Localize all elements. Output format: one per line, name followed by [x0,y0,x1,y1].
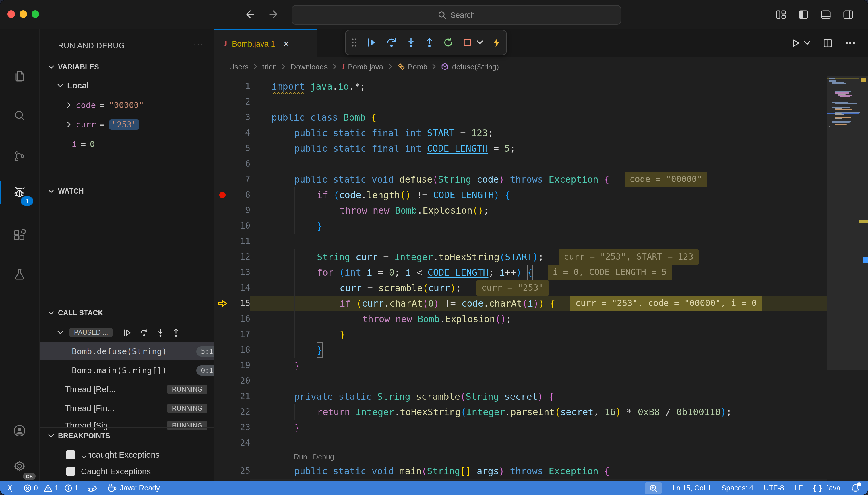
hot-code-replace-button[interactable] [492,37,501,48]
code-line-9[interactable]: 9throw new Bomb.Explosion(); [214,203,827,218]
more-actions-icon[interactable] [845,41,855,45]
breakpoint-item-1[interactable]: Uncaught Exceptions [40,446,214,463]
section-watch[interactable]: WATCH [40,184,214,199]
current-line-arrow-icon[interactable] [214,296,230,311]
remote-indicator[interactable] [6,484,14,492]
code-line-19[interactable]: 19} [214,358,827,373]
code-line-20[interactable]: 20 [214,373,827,389]
minimap-slider[interactable] [827,76,868,370]
indentation-setting[interactable]: Spaces: 4 [722,484,753,492]
code-line-16[interactable]: 16throw new Bomb.Explosion(); [214,311,827,327]
run-chevron-icon[interactable] [804,41,811,45]
code-line-22[interactable]: 22return Integer.toHexString(Integer.par… [214,404,827,420]
language-mode[interactable]: { } Java [813,484,840,492]
stack-frame[interactable]: Bomb.defuse(String)5:1 [40,342,214,360]
stop-button[interactable] [463,38,472,47]
code-line-23[interactable]: 23} [214,420,827,435]
encoding-setting[interactable]: UTF-8 [764,484,784,492]
command-center-search[interactable]: Search [292,5,621,25]
code-line-18[interactable]: 18} [214,342,827,358]
extensions-icon[interactable] [0,222,39,249]
code-line-5[interactable]: 5public static final int CODE_LENGTH = 5… [214,141,827,156]
continue-button[interactable] [366,37,377,48]
code-line-14[interactable]: 14curr = scramble(curr);curr = "253" [214,280,827,296]
variable-code[interactable]: code="00000" [40,97,214,114]
code-line-25[interactable]: 25public static void main(String[] args)… [214,463,827,479]
checkbox-unchecked[interactable] [66,467,75,476]
step-into-button[interactable] [406,37,416,48]
code-line-17[interactable]: 17} [214,327,827,342]
stop-chevron-icon[interactable] [476,40,483,45]
toggle-primary-sidebar-icon[interactable] [799,10,808,19]
breadcrumb-bomb-java[interactable]: JBomb.java [341,62,383,71]
zoom-indicator[interactable] [645,482,662,494]
breadcrumb-trien[interactable]: trien [262,62,277,71]
breakpoint-item-3[interactable]: Bomb.java~/Dow...8 [40,479,214,481]
testing-icon[interactable] [0,261,39,288]
search-icon[interactable] [0,102,39,130]
code-line-13[interactable]: 13for (int i = 0; i < CODE_LENGTH; i++) … [214,265,827,280]
step-out-button[interactable] [425,37,434,48]
code-editor[interactable]: 1import java.io.*;23public class Bomb {4… [214,76,868,481]
notifications-bell-icon[interactable] [851,483,860,493]
customize-layout-icon[interactable] [776,10,786,19]
thread-row[interactable]: Thread [Ref...RUNNING [40,381,214,398]
problems-indicator[interactable]: 0 1 1 [23,484,79,492]
code-line-10[interactable]: 10} [214,218,827,234]
section-variables[interactable]: VARIABLES [40,60,214,75]
step-over-button[interactable] [386,37,397,48]
close-window-button[interactable] [7,10,15,18]
java-status[interactable]: Java: Ready [107,483,160,493]
code-line-12[interactable]: 12String curr = Integer.toHexString(STAR… [214,249,827,265]
debug-badge: 1 [21,197,33,206]
code-line-15[interactable]: 15if (curr.charAt(0) != code.charAt(i)) … [214,296,827,311]
variables-scope-local[interactable]: Local [40,77,214,94]
code-line-26[interactable]: 26System.out.println(); [214,479,827,481]
sidebar-more-actions-icon[interactable]: ··· [193,39,204,49]
breakpoint-dot[interactable] [214,187,230,203]
toggle-panel-icon[interactable] [821,10,831,19]
checkbox-unchecked[interactable] [66,450,75,459]
navigate-back-icon[interactable] [243,8,255,20]
breakpoint-item-2[interactable]: Caught Exceptions [40,463,214,480]
breadcrumb-downloads[interactable]: Downloads [291,62,328,71]
code-line-8[interactable]: 8if (code.length() != CODE_LENGTH) { [214,187,827,203]
split-editor-icon[interactable] [823,38,832,48]
breadcrumb-bomb[interactable]: Bomb [397,62,428,71]
code-line-11[interactable]: 11 [214,234,827,249]
eol-setting[interactable]: LF [795,484,803,492]
source-control-icon[interactable] [0,142,39,170]
minimize-window-button[interactable] [19,10,27,18]
call-stack-thread-main[interactable]: PAUSED ... [40,324,214,341]
maximize-window-button[interactable] [32,10,39,18]
debug-session-icon[interactable] [88,484,98,492]
code-line-4[interactable]: 4public static final int START = 123; [214,125,827,141]
settings-gear-icon[interactable]: CS [0,453,39,480]
breadcrumb-users[interactable]: Users [229,62,248,71]
code-line-3[interactable]: 3public class Bomb { [214,110,827,125]
restart-button[interactable] [443,37,453,48]
codelens-run-debug[interactable]: Run | Debug [214,451,827,463]
section-call-stack[interactable]: CALL STACK [40,306,214,321]
code-line-1[interactable]: 1import java.io.*; [214,79,827,94]
run-java-icon[interactable] [791,38,800,48]
thread-row[interactable]: Thread [Fin...RUNNING [40,400,214,417]
cursor-position[interactable]: Ln 15, Col 1 [673,484,711,492]
tab-bomb-java[interactable]: J Bomb.java 1 ✕ [214,29,317,57]
code-line-2[interactable]: 2 [214,94,827,110]
code-line-21[interactable]: 21private static String scramble(String … [214,389,827,404]
variable-curr[interactable]: curr="253" [40,116,214,133]
code-line-24[interactable]: 24 [214,435,827,451]
breadcrumb-defuse-string-[interactable]: defuse(String) [441,62,499,71]
navigate-forward-icon[interactable] [269,8,280,20]
variable-i[interactable]: i=0 [40,136,214,153]
code-line-7[interactable]: 7public static void defuse(String code) … [214,172,827,187]
stack-frame[interactable]: Bomb.main(String[])0:1 [40,361,214,379]
explorer-icon[interactable] [0,62,39,89]
toggle-secondary-sidebar-icon[interactable] [843,10,853,19]
close-tab-icon[interactable]: ✕ [283,39,289,48]
code-line-6[interactable]: 6 [214,156,827,172]
run-and-debug-icon[interactable]: 1 [0,179,39,207]
account-icon[interactable] [0,417,39,444]
section-breakpoints[interactable]: BREAKPOINTS [40,428,214,443]
